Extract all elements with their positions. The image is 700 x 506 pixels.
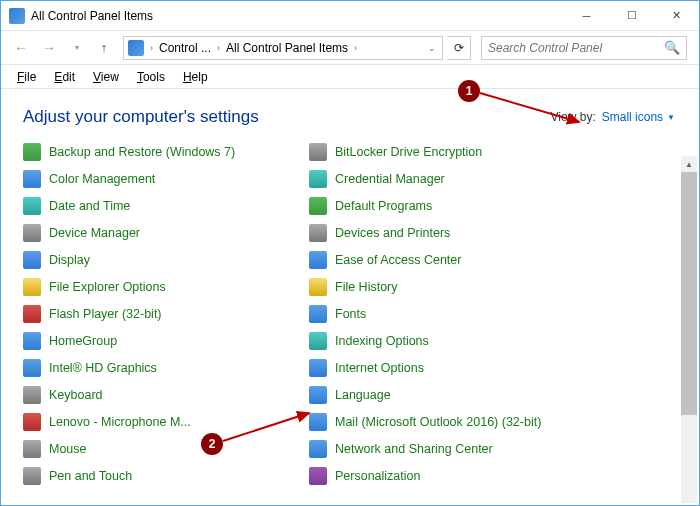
cp-item[interactable]: Display bbox=[23, 251, 309, 269]
cp-item-label: Intel® HD Graphics bbox=[49, 361, 157, 375]
navbar: ← → ▾ ↑ › Control ... › All Control Pane… bbox=[1, 31, 699, 65]
cp-item-icon bbox=[309, 224, 327, 242]
address-bar[interactable]: › Control ... › All Control Panel Items … bbox=[123, 36, 443, 60]
cp-item[interactable]: Personalization bbox=[309, 467, 595, 485]
cp-item[interactable]: Default Programs bbox=[309, 197, 595, 215]
cp-item-label: Default Programs bbox=[335, 199, 432, 213]
cp-item-label: File Explorer Options bbox=[49, 280, 166, 294]
cp-item-icon bbox=[23, 413, 41, 431]
maximize-button[interactable]: ☐ bbox=[609, 1, 654, 31]
cp-item-icon bbox=[309, 143, 327, 161]
cp-item[interactable]: Backup and Restore (Windows 7) bbox=[23, 143, 309, 161]
titlebar: All Control Panel Items ─ ☐ ✕ bbox=[1, 1, 699, 31]
cp-item-label: Internet Options bbox=[335, 361, 424, 375]
menu-edit[interactable]: Edit bbox=[46, 68, 83, 86]
menu-help[interactable]: Help bbox=[175, 68, 216, 86]
cp-item[interactable]: Intel® HD Graphics bbox=[23, 359, 309, 377]
cp-item-icon bbox=[309, 359, 327, 377]
viewby-value-text: Small icons bbox=[602, 110, 663, 124]
cp-item-icon bbox=[23, 197, 41, 215]
cp-item[interactable]: Fonts bbox=[309, 305, 595, 323]
cp-item-label: Display bbox=[49, 253, 90, 267]
forward-button[interactable]: → bbox=[37, 36, 61, 60]
refresh-button[interactable]: ⟳ bbox=[447, 36, 471, 60]
cp-item-label: Mouse bbox=[49, 442, 87, 456]
items-column-left: Backup and Restore (Windows 7)Color Mana… bbox=[23, 143, 309, 485]
cp-item[interactable]: BitLocker Drive Encryption bbox=[309, 143, 595, 161]
cp-item[interactable]: File History bbox=[309, 278, 595, 296]
cp-item-label: Devices and Printers bbox=[335, 226, 450, 240]
page-heading: Adjust your computer's settings bbox=[23, 107, 551, 127]
cp-item[interactable]: Internet Options bbox=[309, 359, 595, 377]
window-title: All Control Panel Items bbox=[31, 9, 564, 23]
cp-item[interactable]: File Explorer Options bbox=[23, 278, 309, 296]
up-button[interactable]: ↑ bbox=[93, 37, 115, 59]
app-icon bbox=[9, 8, 25, 24]
cp-item-label: Network and Sharing Center bbox=[335, 442, 493, 456]
scroll-thumb[interactable] bbox=[681, 172, 697, 415]
cp-item-icon bbox=[309, 197, 327, 215]
menubar: File Edit View Tools Help bbox=[1, 65, 699, 89]
cp-item-label: Flash Player (32-bit) bbox=[49, 307, 162, 321]
cp-item[interactable]: Credential Manager bbox=[309, 170, 595, 188]
menu-view[interactable]: View bbox=[85, 68, 127, 86]
cp-item-icon bbox=[309, 170, 327, 188]
content-header: Adjust your computer's settings View by:… bbox=[1, 89, 699, 137]
cp-item-label: Fonts bbox=[335, 307, 366, 321]
cp-item-icon bbox=[309, 305, 327, 323]
breadcrumb-2[interactable]: All Control Panel Items bbox=[224, 41, 350, 55]
cp-item[interactable]: Language bbox=[309, 386, 595, 404]
cp-item[interactable]: Pen and Touch bbox=[23, 467, 309, 485]
back-button[interactable]: ← bbox=[9, 36, 33, 60]
search-input[interactable] bbox=[488, 41, 664, 55]
cp-item-icon bbox=[23, 278, 41, 296]
cp-item-icon bbox=[23, 251, 41, 269]
cp-item-label: Language bbox=[335, 388, 391, 402]
cp-item-icon bbox=[309, 251, 327, 269]
search-box[interactable]: 🔍 bbox=[481, 36, 687, 60]
cp-item[interactable]: Mouse bbox=[23, 440, 309, 458]
cp-item[interactable]: Date and Time bbox=[23, 197, 309, 215]
cp-item[interactable]: Indexing Options bbox=[309, 332, 595, 350]
content-area: Backup and Restore (Windows 7)Color Mana… bbox=[1, 137, 699, 505]
cp-item[interactable]: Devices and Printers bbox=[309, 224, 595, 242]
viewby-dropdown[interactable]: Small icons ▼ bbox=[602, 110, 675, 124]
cp-item-label: Backup and Restore (Windows 7) bbox=[49, 145, 235, 159]
vertical-scrollbar[interactable]: ▲ bbox=[681, 156, 697, 503]
cp-item[interactable]: Mail (Microsoft Outlook 2016) (32-bit) bbox=[309, 413, 595, 431]
minimize-button[interactable]: ─ bbox=[564, 1, 609, 31]
breadcrumb-1[interactable]: Control ... bbox=[157, 41, 213, 55]
menu-tools[interactable]: Tools bbox=[129, 68, 173, 86]
chevron-right-icon: › bbox=[148, 43, 155, 53]
cp-item[interactable]: Ease of Access Center bbox=[309, 251, 595, 269]
cp-item[interactable]: Color Management bbox=[23, 170, 309, 188]
cp-item-label: Ease of Access Center bbox=[335, 253, 461, 267]
cp-item-icon bbox=[23, 224, 41, 242]
cp-item-icon bbox=[309, 467, 327, 485]
cp-item-icon bbox=[23, 143, 41, 161]
cp-item-icon bbox=[309, 332, 327, 350]
cp-item-icon bbox=[23, 359, 41, 377]
cp-item[interactable]: Device Manager bbox=[23, 224, 309, 242]
cp-item-label: Keyboard bbox=[49, 388, 103, 402]
close-button[interactable]: ✕ bbox=[654, 1, 699, 31]
cp-item[interactable]: HomeGroup bbox=[23, 332, 309, 350]
cp-item-icon bbox=[23, 467, 41, 485]
address-dropdown[interactable]: ⌄ bbox=[424, 43, 440, 53]
viewby-label: View by: bbox=[551, 110, 596, 124]
cp-item[interactable]: Keyboard bbox=[23, 386, 309, 404]
cp-item[interactable]: Flash Player (32-bit) bbox=[23, 305, 309, 323]
cp-item-label: Credential Manager bbox=[335, 172, 445, 186]
cp-item-label: Pen and Touch bbox=[49, 469, 132, 483]
recent-dropdown[interactable]: ▾ bbox=[65, 36, 89, 60]
cp-item-label: Mail (Microsoft Outlook 2016) (32-bit) bbox=[335, 415, 541, 429]
cp-item[interactable]: Network and Sharing Center bbox=[309, 440, 595, 458]
scroll-up-button[interactable]: ▲ bbox=[681, 156, 697, 172]
cp-item-icon bbox=[23, 305, 41, 323]
cp-item-label: Color Management bbox=[49, 172, 155, 186]
search-icon[interactable]: 🔍 bbox=[664, 40, 680, 55]
address-icon bbox=[128, 40, 144, 56]
menu-file[interactable]: File bbox=[9, 68, 44, 86]
annotation-badge-1: 1 bbox=[458, 80, 480, 102]
cp-item[interactable]: Lenovo - Microphone M... bbox=[23, 413, 309, 431]
